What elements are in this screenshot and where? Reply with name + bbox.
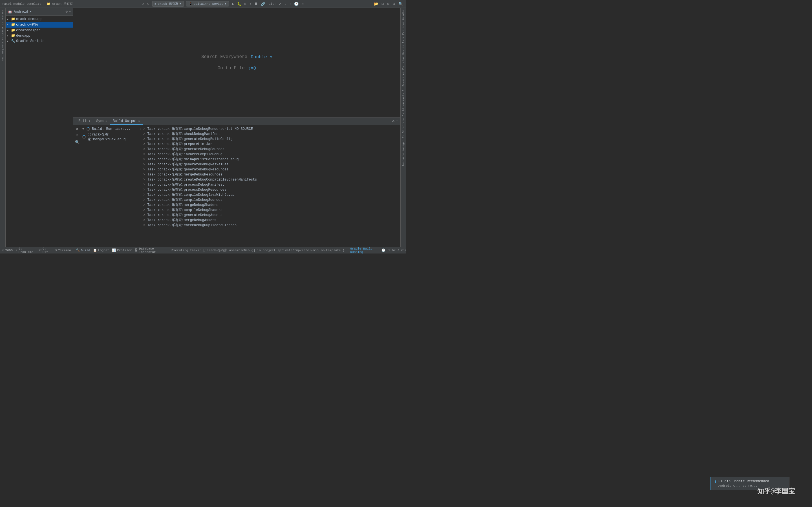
gradle-label[interactable]: Gradle: [402, 9, 405, 20]
device-button[interactable]: 📱 deltainno Device ▾: [186, 1, 229, 6]
split-icon[interactable]: ⊟: [381, 1, 385, 7]
git-label: Git:: [268, 2, 276, 6]
layout-icon[interactable]: ⊞: [392, 1, 396, 7]
attach-icon[interactable]: 🔗: [260, 1, 266, 7]
device-icon: 📱: [189, 2, 193, 6]
git-update-icon[interactable]: ↓: [283, 1, 287, 6]
search-build-icon[interactable]: 🔍: [75, 140, 80, 145]
tree-item-demoapp[interactable]: ▶ 📁 demoapp: [6, 33, 73, 38]
profile-icon[interactable]: ⚡: [249, 1, 253, 7]
git-bottom-icon: ⑆: [40, 249, 42, 252]
chevron-right-icon: ▶: [7, 34, 10, 38]
bottom-tab-build[interactable]: 🔨 Build: [76, 248, 90, 252]
git-history-icon[interactable]: 🕐: [293, 1, 299, 7]
project-header-label: Android: [14, 10, 28, 14]
git-push-icon[interactable]: ↑: [289, 1, 292, 6]
tree-label: createhelper: [16, 29, 40, 33]
problems-label: 6: Problems: [18, 247, 37, 254]
run-icon[interactable]: ▶: [231, 1, 235, 7]
project-name: ratel-module-template: [2, 2, 42, 6]
git-check-icon[interactable]: ✓: [278, 1, 282, 7]
sidebar-item-project[interactable]: 1: Project: [1, 9, 4, 25]
gradle-running-status: Gradle Build Running: [350, 247, 378, 254]
build-output-line: > Task :crack-乐有家:mainApkListPersistence…: [143, 157, 398, 162]
stop-icon[interactable]: ⏹: [253, 1, 259, 6]
nav-forward-icon[interactable]: ▷: [146, 1, 150, 7]
build-output-line: > Task :crack-乐有家:createDebugCompatibleS…: [143, 177, 398, 182]
profiler-icon: 📊: [112, 248, 116, 252]
tree-chevron: ▼: [82, 128, 86, 131]
bottom-bar-left: ☑ TODO ⚠ 6: Problems ⑆ 9: Git ⊞ Terminal…: [2, 247, 347, 254]
build-output-line: > Task :crack-乐有家:generateDebugResValues: [143, 162, 398, 167]
bottom-tab-database[interactable]: 🗄 Database Inspector: [135, 247, 168, 254]
project-header: 🤖 Android ▾ ⚙ −: [6, 8, 73, 16]
resource-manager-label[interactable]: Resource Manager: [402, 139, 405, 167]
build-tree-root[interactable]: ▼ Build: Run tasks... 19 s: [81, 126, 141, 131]
run-config-button[interactable]: ▶ crack-乐有家 ▾: [152, 1, 184, 7]
build-output-line: > Task :crack-乐有家:generateDebugSources: [143, 147, 398, 152]
sync-close-icon[interactable]: ✕: [105, 119, 107, 123]
profiler-label: Profiler: [117, 249, 132, 252]
bottom-tab-todo[interactable]: ☑ TODO: [2, 248, 13, 252]
emulator-label[interactable]: Emulator: [402, 55, 405, 70]
project-tree: ▶ 📁 crack-demoapp ▼ 📁 crack-乐有家 ▶ 📁 crea…: [6, 16, 73, 247]
chevron-right-icon: ▶: [7, 29, 10, 32]
build-output-close-icon[interactable]: ✕: [138, 119, 140, 123]
tree-item-crack-demoapp[interactable]: ▶ 📁 crack-demoapp: [6, 16, 73, 22]
terminal-label: Terminal: [58, 249, 73, 252]
git-revert-icon[interactable]: ↺: [301, 1, 305, 7]
sidebar-item-pull-requests[interactable]: Pull Requests: [1, 41, 4, 62]
build-output-line: > Task :crack-乐有家:compileDebugSources: [143, 198, 398, 203]
build-bottom-label: Build: [81, 249, 90, 252]
build-output-line: > Task :crack-乐有家:compileDebugJavaWithJa…: [143, 192, 398, 198]
build-left-icons: ↺ ⊙ 🔍: [73, 125, 81, 247]
build-output-line: > Task :crack-乐有家:generateDebugAssets: [143, 213, 398, 218]
search-icon[interactable]: 🔍: [398, 1, 404, 7]
bottom-tab-problems[interactable]: ⚠ 6: Problems: [15, 247, 37, 254]
database-label: Database Inspector: [139, 247, 168, 254]
build-spinner: [87, 127, 90, 131]
search-everywhere-label: Search Everywhere: [201, 54, 247, 59]
bottom-tab-logcat[interactable]: 📋 Logcat: [93, 248, 109, 252]
editor-area: Search Everywhere Double ⇧ Go to File ⇧⌘…: [73, 8, 400, 247]
project-dropdown-icon[interactable]: ▾: [30, 10, 32, 14]
debug-icon[interactable]: 🐛: [236, 1, 243, 7]
sidebar-item-commit[interactable]: 0: Commit: [1, 25, 4, 41]
tree-item-crack-leyoujia[interactable]: ▼ 📁 crack-乐有家: [6, 22, 73, 27]
bottom-tab-terminal[interactable]: ⊞ Terminal: [55, 248, 73, 252]
tree-item-gradle-scripts[interactable]: ▶ 🔧 Gradle Scripts: [6, 38, 73, 44]
favorites-label[interactable]: 2: Favorites: [402, 71, 405, 93]
run-config-icon: ▶: [155, 2, 157, 6]
build-tab-icons: ⚙ −: [393, 119, 398, 123]
nav-back-icon[interactable]: ◁: [141, 1, 145, 7]
build-tree-child[interactable]: :crack-乐有家:mergeExtDexDebug 11 s: [81, 131, 141, 142]
toolbar-left-icons: ◁ ▷: [141, 1, 150, 7]
gear-icon[interactable]: ⚙: [66, 10, 68, 14]
clock-icon: 🕐: [382, 248, 386, 252]
restart-icon[interactable]: ↺: [76, 126, 79, 131]
problems-icon: ⚠: [15, 248, 17, 252]
settings-icon[interactable]: ⚙: [386, 1, 390, 7]
tab-sync[interactable]: Sync ✕: [93, 118, 110, 125]
run-config-dropdown-icon: ▾: [179, 2, 181, 6]
bottom-tab-git[interactable]: ⑆ 9: Git: [40, 247, 52, 254]
git-bottom-label: 9: Git: [43, 247, 52, 254]
filter-icon[interactable]: ⊙: [76, 133, 79, 138]
device-file-explorer-label[interactable]: Device File Explorer: [402, 20, 405, 55]
tab-build-output[interactable]: Build Output ✕: [110, 118, 143, 125]
settings-icon[interactable]: ⚙: [393, 119, 395, 123]
minimize-icon[interactable]: −: [69, 10, 71, 14]
coverage-icon[interactable]: ▷: [244, 1, 248, 7]
build-output-line: > Task :crack-乐有家:javaPreCompileDebug: [143, 152, 398, 157]
build-variants-label[interactable]: Build Variants: [402, 92, 405, 117]
tab-build-colon[interactable]: Build:: [75, 118, 93, 125]
terminal-icon: ⊞: [55, 248, 57, 252]
build-output-line: > Task :crack-乐有家:mergeDebugAssets: [143, 218, 398, 223]
bottom-tab-profiler[interactable]: 📊 Profiler: [112, 248, 132, 252]
project-icon[interactable]: 📂: [373, 1, 379, 7]
build-output-line: > Task :crack-乐有家:checkDebugManifest: [143, 131, 398, 136]
tab-build-output-label: Build Output: [113, 119, 137, 123]
tree-item-createhelper[interactable]: ▶ 📁 createhelper: [6, 27, 73, 33]
structure-label[interactable]: 7: Structure: [402, 117, 405, 139]
minimize-panel-icon[interactable]: −: [396, 119, 398, 123]
